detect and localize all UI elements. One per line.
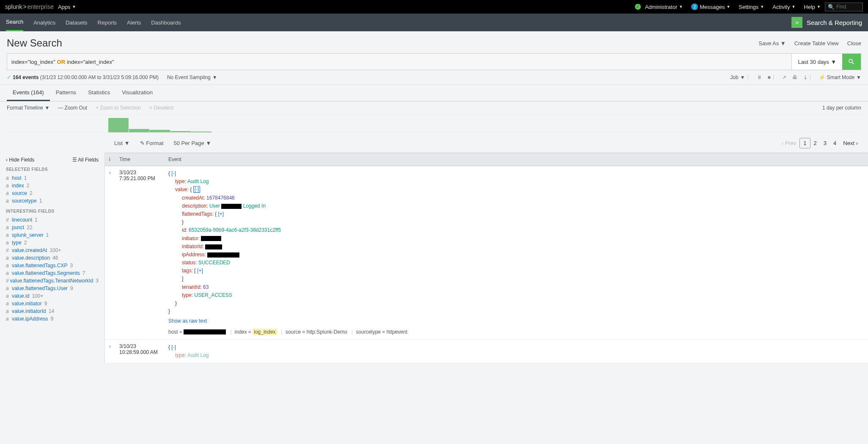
search-mode[interactable]: ⚡Smart Mode ▼ — [819, 74, 861, 80]
share-icon[interactable]: ↗ — [782, 74, 786, 80]
messages-menu[interactable]: 2Messages▼ — [691, 3, 730, 10]
meta-sourcetype[interactable]: sourcetype = httpevent — [356, 329, 407, 335]
save-as-button[interactable]: Save As ▼ — [759, 40, 786, 47]
page-3[interactable]: 3 — [820, 138, 830, 148]
field-item[interactable]: ahost1 — [6, 174, 99, 182]
health-status-icon[interactable]: ✓ — [635, 4, 641, 10]
event-meta: host = | index = log_index| source = htt… — [168, 328, 864, 336]
tab-statistics[interactable]: Statistics — [82, 85, 116, 101]
print-icon[interactable]: 🖶 — [792, 74, 797, 80]
time-range-picker[interactable]: Last 30 days ▼ — [791, 54, 842, 70]
download-icon[interactable]: ⤓ — [803, 74, 808, 80]
field-item[interactable]: asourcetype1 — [6, 197, 99, 205]
prev-page: ‹ Prev — [778, 138, 800, 148]
view-format[interactable]: ✎ Format — [140, 140, 164, 146]
event-sampling[interactable]: No Event Sampling ▼ — [167, 74, 217, 80]
event-body: { [-] type: Audit Log — [168, 343, 864, 359]
field-item[interactable]: apunct22 — [6, 224, 99, 231]
col-event: Event — [168, 156, 864, 162]
event-time: 3/10/23 7:35:21.000 PM — [119, 170, 168, 336]
next-page[interactable]: Next › — [840, 138, 861, 148]
view-bar: List ▼ ✎ Format 50 Per Page ▼ ‹ Prev 1 2… — [0, 135, 868, 153]
page-header: New Search Save As ▼ Create Table View C… — [0, 31, 868, 53]
nav-alerts[interactable]: Alerts — [127, 14, 141, 31]
nav-datasets[interactable]: Datasets — [66, 14, 87, 31]
app-icon: > — [791, 17, 802, 28]
col-info: i — [109, 156, 119, 162]
field-item[interactable]: atype2 — [6, 239, 99, 247]
field-item[interactable]: avalue.initiator9 — [6, 300, 99, 307]
create-table-view-button[interactable]: Create Table View — [794, 40, 839, 47]
zoom-to-selection: + Zoom to Selection — [96, 105, 141, 111]
field-item[interactable]: avalue.flattenedTags.Segments7 — [6, 269, 99, 277]
tab-events[interactable]: Events (164) — [7, 85, 50, 101]
field-item[interactable]: aindex2 — [6, 182, 99, 189]
field-item[interactable]: avalue.flattenedTags.CXP3 — [6, 262, 99, 269]
field-item[interactable]: avalue.id100+ — [6, 292, 99, 300]
timeline-controls: Format Timeline ▼ — Zoom Out + Zoom to S… — [0, 101, 868, 114]
settings-menu[interactable]: Settings▼ — [739, 4, 764, 10]
nav-dashboards[interactable]: Dashboards — [151, 14, 181, 31]
page-1[interactable]: 1 — [799, 138, 810, 148]
format-timeline[interactable]: Format Timeline ▼ — [7, 105, 49, 111]
nav-search[interactable]: Search — [6, 14, 23, 31]
nav-analytics[interactable]: Analytics — [33, 14, 55, 31]
per-page[interactable]: 50 Per Page ▼ — [174, 140, 212, 146]
meta-source[interactable]: source = http:Splunk-Demo — [286, 329, 347, 335]
view-list[interactable]: List ▼ — [114, 140, 130, 146]
field-item[interactable]: asource2 — [6, 189, 99, 197]
pause-icon[interactable]: ⏸ — [757, 74, 762, 80]
expand-toggle[interactable]: [+] — [218, 211, 224, 217]
collapse-toggle[interactable]: [-] — [171, 170, 176, 176]
meta-index[interactable]: index = log_index — [235, 329, 277, 335]
zoom-out[interactable]: — Zoom Out — [58, 105, 87, 111]
field-item[interactable]: #value.createdAt100+ — [6, 247, 99, 254]
field-item[interactable]: avalue.ipAddress9 — [6, 315, 99, 323]
activity-menu[interactable]: Activity▼ — [772, 4, 795, 10]
field-item[interactable]: avalue.initiatorId14 — [6, 307, 99, 315]
col-time[interactable]: Time — [119, 156, 168, 162]
result-tabs: Events (164) Patterns Statistics Visuali… — [0, 85, 868, 101]
field-item[interactable]: avalue.flattenedTags.User9 — [6, 285, 99, 292]
expand-row[interactable]: › — [109, 343, 119, 359]
collapse-toggle[interactable]: [-] — [193, 186, 201, 193]
user-menu[interactable]: Administrator▼ — [645, 4, 683, 10]
field-item[interactable]: asplunk_server1 — [6, 231, 99, 239]
field-item[interactable]: avalue.description46 — [6, 254, 99, 262]
show-raw-text[interactable]: Show as raw text — [168, 317, 207, 325]
time-range-text: (3/1/23 12:00:00.000 AM to 3/31/23 5:09:… — [40, 74, 159, 80]
tab-visualization[interactable]: Visualization — [116, 85, 159, 101]
job-menu[interactable]: Job ▼ — [730, 74, 745, 80]
expand-row[interactable]: › — [109, 170, 119, 336]
expand-toggle[interactable]: [+] — [197, 268, 203, 274]
timeline-scale: 1 day per column — [822, 105, 861, 111]
field-item[interactable]: #value.flattenedTags.TenantNetworkId3 — [6, 277, 99, 285]
close-button[interactable]: Close — [847, 40, 861, 47]
meta-host[interactable]: host = — [168, 329, 226, 335]
search-bar: index="log_index"ORindex="alert_index" L… — [7, 53, 861, 70]
run-search-button[interactable] — [842, 54, 861, 70]
all-fields[interactable]: ☰ All Fields — [72, 157, 99, 163]
page-4[interactable]: 4 — [830, 138, 840, 148]
fields-sidebar: ‹ Hide Fields ☰ All Fields SELECTED FIEL… — [0, 153, 105, 363]
deselect: × Deselect — [149, 105, 173, 111]
page-2[interactable]: 2 — [810, 138, 820, 148]
collapse-toggle[interactable]: [-] — [171, 344, 176, 350]
tab-patterns[interactable]: Patterns — [50, 85, 82, 101]
field-item[interactable]: #linecount1 — [6, 216, 99, 224]
stop-icon[interactable]: ■ — [768, 74, 771, 80]
apps-menu[interactable]: Apps▼ — [58, 4, 76, 10]
status-bar: ✓ 164 events (3/1/23 12:00:00.000 AM to … — [0, 70, 868, 85]
search-input[interactable]: index="log_index"ORindex="alert_index" — [7, 54, 791, 70]
topbar: splunk>enterprise Apps▼ ✓ Administrator▼… — [0, 0, 868, 14]
pencil-icon: ✎ — [140, 140, 145, 146]
hide-fields[interactable]: ‹ Hide Fields — [6, 157, 34, 163]
nav-reports[interactable]: Reports — [98, 14, 117, 31]
timeline-chart[interactable] — [7, 114, 861, 133]
search-icon: 🔍 — [828, 4, 835, 10]
help-menu[interactable]: Help▼ — [804, 4, 821, 10]
find-input[interactable] — [836, 4, 862, 10]
events-table: i Time Event › 3/10/23 7:35:21.000 PM { … — [105, 153, 868, 363]
app-name: Search & Reporting — [807, 19, 862, 26]
global-find[interactable]: 🔍 — [825, 3, 863, 11]
